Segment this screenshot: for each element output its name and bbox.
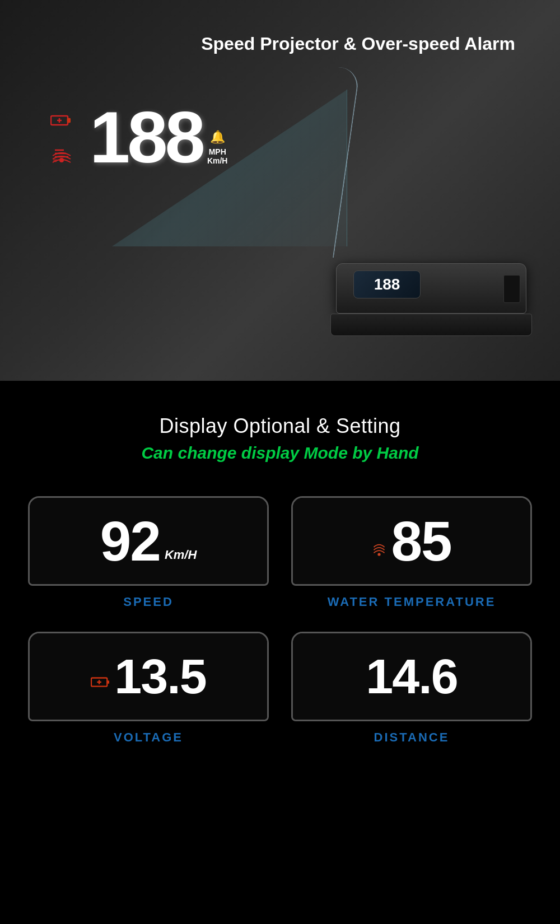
info-section: Display Optional & Setting Can change di… — [0, 381, 560, 767]
water-temp-display-label: WATER TEMPERATURE — [328, 595, 496, 609]
speed-display-unit: Km/H — [165, 548, 197, 569]
device-base — [330, 314, 532, 336]
display-card-water-temp: 85 WATER TEMPERATURE — [291, 496, 532, 609]
alarm-icon: 🔔 — [210, 130, 225, 144]
svg-point-9 — [378, 553, 381, 556]
display-card-voltage: 13.5 VOLTAGE — [28, 632, 269, 745]
device-image: 188 — [336, 213, 526, 336]
speed-unit-stack: MPH Km/H — [207, 148, 228, 165]
section-subtitle: Can change display Mode by Hand — [11, 444, 549, 463]
speed-number: 188 — [90, 101, 203, 174]
temp-warning-icon: ≋ — [50, 141, 73, 167]
water-temp-icon — [372, 538, 386, 569]
device-screen-number: 188 — [374, 276, 400, 293]
display-card-speed: 92 Km/H SPEED — [28, 496, 269, 609]
distance-display-label: DISTANCE — [374, 730, 450, 745]
display-grid: 92 Km/H SPEED 85 — [28, 496, 532, 745]
display-screen-distance: 14.6 — [291, 632, 532, 721]
battery-warning-icon — [50, 108, 73, 130]
display-screen-voltage: 13.5 — [28, 632, 269, 721]
display-card-distance: 14.6 DISTANCE — [291, 632, 532, 745]
speed-unit-kmh: Km/H — [207, 157, 228, 165]
water-temp-display-number: 85 — [391, 513, 451, 569]
speed-display-number: 92 — [100, 513, 160, 569]
hero-title: Speed Projector & Over-speed Alarm — [201, 34, 515, 54]
speed-side-info: 🔔 MPH Km/H — [207, 130, 228, 174]
section-title: Display Optional & Setting — [11, 414, 549, 438]
device-body: 188 — [336, 263, 526, 314]
hud-display: ≋ 188 🔔 MPH Km/H — [50, 101, 227, 174]
voltage-battery-icon — [91, 674, 110, 701]
voltage-display-number: 13.5 — [114, 652, 206, 701]
display-screen-water-temp: 85 — [291, 496, 532, 586]
speed-display: 188 🔔 MPH Km/H — [90, 101, 227, 174]
speed-display-label: SPEED — [123, 595, 174, 609]
device-screen: 188 — [353, 270, 421, 298]
distance-display-number: 14.6 — [366, 652, 457, 701]
hero-section: Speed Projector & Over-speed Alarm — [0, 0, 560, 381]
voltage-display-label: VOLTAGE — [114, 730, 183, 745]
svg-rect-11 — [108, 680, 110, 684]
display-screen-speed: 92 Km/H — [28, 496, 269, 586]
speed-unit-mph: MPH — [209, 148, 226, 156]
warning-icons: ≋ — [50, 108, 73, 167]
svg-rect-1 — [68, 119, 70, 122]
